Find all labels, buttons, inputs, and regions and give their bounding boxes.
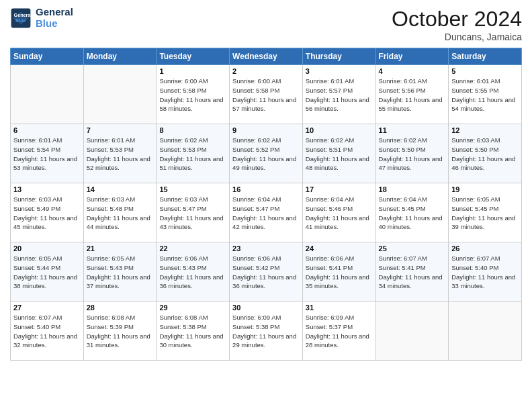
calendar-table: SundayMondayTuesdayWednesdayThursdayFrid…	[10, 48, 522, 361]
day-info: Sunrise: 6:05 AMSunset: 5:43 PMDaylight:…	[87, 254, 154, 291]
day-number: 31	[306, 304, 373, 312]
day-number: 3	[306, 67, 373, 75]
calendar-cell: 15Sunrise: 6:03 AMSunset: 5:47 PMDayligh…	[157, 183, 230, 242]
calendar-cell: 27Sunrise: 6:07 AMSunset: 5:40 PMDayligh…	[11, 302, 84, 361]
day-number: 30	[232, 304, 300, 312]
calendar-cell	[83, 65, 157, 124]
day-number: 16	[232, 185, 300, 193]
header: General Blue General Blue October 2024 D…	[10, 7, 522, 42]
day-info: Sunrise: 6:07 AMSunset: 5:41 PMDaylight:…	[379, 254, 446, 291]
day-number: 24	[306, 244, 373, 253]
calendar-page: General Blue General Blue October 2024 D…	[0, 0, 532, 411]
calendar-cell: 21Sunrise: 6:05 AMSunset: 5:43 PMDayligh…	[83, 242, 157, 302]
calendar-cell: 19Sunrise: 6:05 AMSunset: 5:45 PMDayligh…	[449, 183, 522, 242]
month-title: October 2024	[392, 7, 522, 32]
calendar-cell: 14Sunrise: 6:03 AMSunset: 5:48 PMDayligh…	[83, 183, 157, 242]
svg-text:Blue: Blue	[15, 17, 26, 24]
logo-icon: General Blue	[10, 7, 32, 29]
day-number: 9	[232, 126, 300, 134]
day-info: Sunrise: 6:01 AMSunset: 5:57 PMDaylight:…	[306, 77, 373, 113]
day-info: Sunrise: 6:03 AMSunset: 5:50 PMDaylight:…	[451, 136, 519, 173]
calendar-cell: 10Sunrise: 6:02 AMSunset: 5:51 PMDayligh…	[302, 124, 375, 183]
day-info: Sunrise: 6:02 AMSunset: 5:53 PMDaylight:…	[159, 136, 226, 173]
day-info: Sunrise: 6:04 AMSunset: 5:47 PMDaylight:…	[232, 195, 300, 232]
day-number: 2	[232, 67, 300, 75]
day-info: Sunrise: 6:06 AMSunset: 5:42 PMDaylight:…	[232, 254, 300, 291]
calendar-week-3: 13Sunrise: 6:03 AMSunset: 5:49 PMDayligh…	[11, 183, 522, 242]
day-info: Sunrise: 6:03 AMSunset: 5:49 PMDaylight:…	[13, 195, 81, 232]
calendar-cell: 23Sunrise: 6:06 AMSunset: 5:42 PMDayligh…	[230, 242, 303, 302]
calendar-week-5: 27Sunrise: 6:07 AMSunset: 5:40 PMDayligh…	[11, 302, 522, 361]
day-number: 15	[159, 185, 226, 193]
day-number: 19	[451, 185, 519, 193]
calendar-header-thursday: Thursday	[302, 48, 375, 65]
day-info: Sunrise: 6:09 AMSunset: 5:38 PMDaylight:…	[232, 313, 300, 350]
location: Duncans, Jamaica	[392, 32, 522, 42]
day-number: 7	[87, 126, 154, 134]
calendar-cell: 24Sunrise: 6:06 AMSunset: 5:41 PMDayligh…	[302, 242, 375, 302]
calendar-cell: 6Sunrise: 6:01 AMSunset: 5:54 PMDaylight…	[11, 124, 84, 183]
calendar-header-sunday: Sunday	[11, 48, 84, 65]
day-number: 8	[159, 126, 226, 134]
day-number: 27	[13, 304, 81, 312]
calendar-header-friday: Friday	[375, 48, 449, 65]
day-info: Sunrise: 6:03 AMSunset: 5:47 PMDaylight:…	[159, 195, 226, 232]
day-info: Sunrise: 6:02 AMSunset: 5:51 PMDaylight:…	[306, 136, 373, 173]
day-info: Sunrise: 6:01 AMSunset: 5:56 PMDaylight:…	[379, 77, 446, 113]
day-info: Sunrise: 6:00 AMSunset: 5:58 PMDaylight:…	[232, 77, 300, 113]
calendar-cell	[11, 65, 84, 124]
calendar-cell: 30Sunrise: 6:09 AMSunset: 5:38 PMDayligh…	[230, 302, 303, 361]
day-info: Sunrise: 6:05 AMSunset: 5:45 PMDaylight:…	[451, 195, 519, 232]
logo-text-general: General	[36, 7, 73, 18]
day-number: 25	[379, 244, 446, 253]
day-number: 4	[379, 67, 446, 75]
calendar-cell: 12Sunrise: 6:03 AMSunset: 5:50 PMDayligh…	[449, 124, 522, 183]
day-info: Sunrise: 6:07 AMSunset: 5:40 PMDaylight:…	[13, 313, 81, 350]
calendar-cell: 1Sunrise: 6:00 AMSunset: 5:58 PMDaylight…	[157, 65, 230, 124]
calendar-cell: 11Sunrise: 6:02 AMSunset: 5:50 PMDayligh…	[375, 124, 449, 183]
calendar-cell: 20Sunrise: 6:05 AMSunset: 5:44 PMDayligh…	[11, 242, 84, 302]
day-number: 21	[87, 244, 154, 253]
calendar-week-2: 6Sunrise: 6:01 AMSunset: 5:54 PMDaylight…	[11, 124, 522, 183]
day-number: 6	[13, 126, 81, 134]
day-info: Sunrise: 6:06 AMSunset: 5:43 PMDaylight:…	[159, 254, 226, 291]
day-number: 5	[451, 67, 519, 75]
day-number: 12	[451, 126, 519, 134]
calendar-cell: 25Sunrise: 6:07 AMSunset: 5:41 PMDayligh…	[375, 242, 449, 302]
day-info: Sunrise: 6:05 AMSunset: 5:44 PMDaylight:…	[13, 254, 81, 291]
day-number: 23	[232, 244, 300, 253]
logo-wordmark: General Blue	[36, 7, 73, 29]
calendar-cell: 16Sunrise: 6:04 AMSunset: 5:47 PMDayligh…	[230, 183, 303, 242]
title-block: October 2024 Duncans, Jamaica	[392, 7, 522, 42]
day-number: 20	[13, 244, 81, 253]
calendar-cell	[375, 302, 449, 361]
day-number: 13	[13, 185, 81, 193]
calendar-cell: 29Sunrise: 6:08 AMSunset: 5:38 PMDayligh…	[157, 302, 230, 361]
day-number: 18	[379, 185, 446, 193]
day-info: Sunrise: 6:02 AMSunset: 5:50 PMDaylight:…	[379, 136, 446, 173]
day-info: Sunrise: 6:09 AMSunset: 5:37 PMDaylight:…	[306, 313, 373, 350]
calendar-cell: 4Sunrise: 6:01 AMSunset: 5:56 PMDaylight…	[375, 65, 449, 124]
day-info: Sunrise: 6:04 AMSunset: 5:45 PMDaylight:…	[379, 195, 446, 232]
calendar-week-1: 1Sunrise: 6:00 AMSunset: 5:58 PMDaylight…	[11, 65, 522, 124]
day-number: 26	[451, 244, 519, 253]
day-info: Sunrise: 6:04 AMSunset: 5:46 PMDaylight:…	[306, 195, 373, 232]
calendar-cell: 8Sunrise: 6:02 AMSunset: 5:53 PMDaylight…	[157, 124, 230, 183]
calendar-cell: 7Sunrise: 6:01 AMSunset: 5:53 PMDaylight…	[83, 124, 157, 183]
logo: General Blue General Blue	[10, 7, 73, 29]
calendar-cell	[449, 302, 522, 361]
day-info: Sunrise: 6:01 AMSunset: 5:55 PMDaylight:…	[451, 77, 519, 113]
calendar-cell: 13Sunrise: 6:03 AMSunset: 5:49 PMDayligh…	[11, 183, 84, 242]
calendar-header-saturday: Saturday	[449, 48, 522, 65]
day-info: Sunrise: 6:02 AMSunset: 5:52 PMDaylight:…	[232, 136, 300, 173]
calendar-cell: 28Sunrise: 6:08 AMSunset: 5:39 PMDayligh…	[83, 302, 157, 361]
calendar-header-tuesday: Tuesday	[157, 48, 230, 65]
day-info: Sunrise: 6:01 AMSunset: 5:53 PMDaylight:…	[87, 136, 154, 173]
day-info: Sunrise: 6:00 AMSunset: 5:58 PMDaylight:…	[159, 77, 226, 113]
calendar-cell: 5Sunrise: 6:01 AMSunset: 5:55 PMDaylight…	[449, 65, 522, 124]
day-number: 11	[379, 126, 446, 134]
day-number: 29	[159, 304, 226, 312]
day-number: 17	[306, 185, 373, 193]
calendar-header-monday: Monday	[83, 48, 157, 65]
day-info: Sunrise: 6:01 AMSunset: 5:54 PMDaylight:…	[13, 136, 81, 173]
